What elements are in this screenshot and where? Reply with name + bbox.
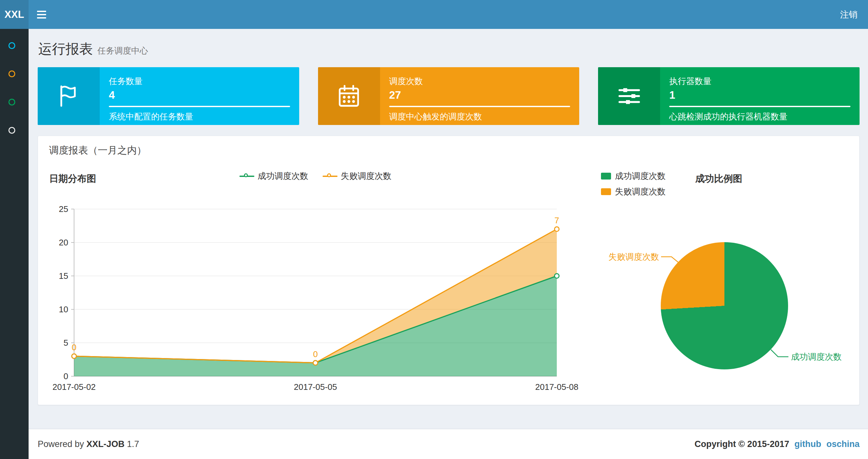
info-box-jobs: 任务数量 4 系统中配置的任务数量: [38, 67, 299, 125]
version: 1.7: [127, 439, 140, 449]
square-marker-icon: [601, 188, 611, 195]
pie-label-fail: 失败调度次数: [609, 252, 659, 262]
info-box-description: 系统中配置的任务数量: [109, 111, 290, 122]
page-subtitle: 任务调度中心: [97, 45, 148, 57]
pie-chart-title: 成功比例图: [695, 172, 742, 185]
legend-label: 成功调度次数: [258, 170, 308, 182]
hamburger-icon: [37, 17, 46, 19]
svg-text:7: 7: [555, 216, 559, 225]
line-chart-legend: 成功调度次数 失败调度次数: [74, 170, 557, 182]
powered-by: Powered by XXL-JOB 1.7: [38, 439, 139, 449]
svg-text:0: 0: [64, 371, 68, 381]
square-marker-icon: [601, 173, 611, 179]
legend-label: 失败调度次数: [615, 186, 665, 197]
svg-text:2017-05-02: 2017-05-02: [53, 382, 96, 392]
circle-o-icon: [8, 127, 15, 134]
hamburger-icon: [37, 14, 46, 15]
svg-text:25: 25: [59, 204, 68, 214]
svg-text:5: 5: [64, 338, 68, 348]
info-box-value: 4: [109, 89, 290, 101]
sliders-icon: [598, 67, 660, 125]
hamburger-icon: [37, 11, 46, 12]
schedule-report-panel: 调度报表（一月之内） 日期分布图 成功调度次数 失败调度次数 051015202…: [38, 136, 860, 405]
sidebar-item-2[interactable]: [0, 60, 29, 88]
line-marker-icon: [322, 175, 338, 177]
footer: Powered by XXL-JOB 1.7 Copyright © 2015-…: [29, 429, 868, 459]
sidebar-item-1[interactable]: [0, 32, 29, 60]
sidebar: [0, 29, 29, 459]
circle-o-icon: [8, 70, 15, 77]
info-box-value: 1: [669, 89, 850, 101]
info-box-executors: 执行器数量 1 心跳检测成功的执行器机器数量: [598, 67, 860, 125]
sidebar-toggle-button[interactable]: [29, 0, 55, 29]
success-ratio-pie: [661, 242, 788, 369]
brand-name: XXL-JOB: [86, 439, 124, 449]
info-box-title: 执行器数量: [669, 76, 850, 87]
info-box-title: 任务数量: [109, 76, 290, 87]
circle-o-icon: [8, 99, 15, 105]
pie-label-success: 成功调度次数: [791, 352, 842, 362]
line-marker-icon: [240, 175, 254, 177]
panel-title: 调度报表（一月之内）: [38, 136, 859, 157]
svg-text:2017-05-05: 2017-05-05: [294, 382, 337, 392]
legend-item-success[interactable]: 成功调度次数: [601, 170, 665, 182]
info-box-title: 调度次数: [389, 76, 570, 87]
legend-item-success[interactable]: 成功调度次数: [240, 170, 308, 182]
pie-chart-legend: 成功调度次数 失败调度次数: [601, 170, 665, 198]
progress-line: [389, 106, 570, 107]
svg-text:0: 0: [313, 349, 318, 359]
github-link[interactable]: github: [795, 439, 821, 449]
info-box-triggers: 调度次数 27 调度中心触发的调度次数: [318, 67, 580, 125]
main-content: 运行报表 任务调度中心 任务数量 4 系统中: [29, 29, 868, 429]
info-box-row: 任务数量 4 系统中配置的任务数量: [38, 67, 860, 125]
svg-text:0: 0: [72, 342, 76, 352]
legend-label: 成功调度次数: [615, 170, 665, 182]
flag-icon: [38, 67, 100, 125]
circle-o-icon: [8, 42, 15, 49]
oschina-link[interactable]: oschina: [827, 439, 860, 449]
progress-line: [109, 106, 290, 107]
sidebar-item-4[interactable]: [0, 116, 29, 144]
logout-link[interactable]: 注销: [840, 10, 858, 20]
info-box-description: 调度中心触发的调度次数: [389, 111, 570, 122]
progress-line: [669, 106, 850, 107]
svg-text:15: 15: [59, 271, 68, 281]
date-distribution-chart: 05101520252017-05-022017-05-052017-05-08…: [38, 194, 610, 405]
top-navbar: XXL 注销: [0, 0, 868, 29]
legend-item-fail[interactable]: 失败调度次数: [601, 185, 665, 198]
sidebar-item-3[interactable]: [0, 88, 29, 116]
calendar-icon: [318, 67, 380, 125]
legend-label: 失败调度次数: [341, 170, 392, 182]
svg-text:2017-05-08: 2017-05-08: [535, 382, 579, 392]
svg-text:20: 20: [59, 238, 68, 248]
info-box-value: 27: [389, 89, 570, 101]
app-logo[interactable]: XXL: [0, 0, 29, 29]
legend-item-fail[interactable]: 失败调度次数: [322, 170, 392, 182]
info-box-description: 心跳检测成功的执行器机器数量: [669, 111, 850, 122]
page-title: 运行报表: [38, 40, 93, 58]
copyright: Copyright © 2015-2017: [694, 439, 789, 449]
svg-text:10: 10: [59, 304, 68, 314]
